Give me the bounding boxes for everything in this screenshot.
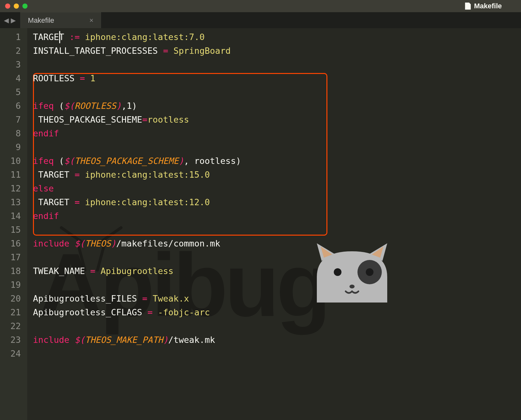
- code-line: TARGET = iphone:clang:latest:15.0: [33, 168, 521, 182]
- window-controls: [5, 4, 28, 9]
- nav-forward-icon[interactable]: ▶: [11, 15, 16, 25]
- code-line: ifeq ($(ROOTLESS),1): [33, 99, 521, 113]
- code-line: ifeq ($(THEOS_PACKAGE_SCHEME), rootless): [33, 154, 521, 168]
- code-line: INSTALL_TARGET_PROCESSES = SpringBoard: [33, 44, 521, 58]
- code-line: include $(THEOS)/makefiles/common.mk: [33, 237, 521, 250]
- line-number: 8: [0, 126, 27, 140]
- line-number: 3: [0, 58, 27, 71]
- line-number: 5: [0, 85, 27, 99]
- tab-makefile[interactable]: Makefile ×: [20, 12, 101, 28]
- line-number: 14: [0, 209, 27, 223]
- code-line: endif: [33, 126, 521, 140]
- nav-back-icon[interactable]: ◀: [4, 15, 9, 25]
- editor: 1 2 3 4 5 6 7 8 9 10 11 12 13 14 15 16 1…: [0, 28, 521, 420]
- code-line: TARGET = iphone:clang:latest:12.0: [33, 195, 521, 209]
- line-number: 11: [0, 168, 27, 182]
- titlebar-filename: Makefile: [465, 2, 502, 10]
- line-number: 15: [0, 223, 27, 237]
- tab-label: Makefile: [28, 16, 54, 25]
- code-line: THEOS_PACKAGE_SCHEME=rootless: [33, 113, 521, 126]
- code-line: [33, 250, 521, 264]
- code-line: TWEAK_NAME = Apibugrootless: [33, 264, 521, 278]
- line-number: 23: [0, 333, 27, 347]
- gutter: 1 2 3 4 5 6 7 8 9 10 11 12 13 14 15 16 1…: [0, 28, 27, 420]
- line-number: 7: [0, 113, 27, 126]
- line-number: 9: [0, 140, 27, 154]
- text-cursor: [59, 31, 60, 43]
- titlebar-filename-label: Makefile: [474, 2, 502, 10]
- close-window-button[interactable]: [5, 4, 10, 9]
- code-area[interactable]: TARGET := iphone:clang:latest:7.0 INSTAL…: [27, 28, 521, 420]
- code-line: ROOTLESS = 1: [33, 71, 521, 85]
- code-line: [33, 58, 521, 71]
- line-number: 21: [0, 305, 27, 319]
- code-line: [33, 85, 521, 99]
- line-number: 22: [0, 319, 27, 333]
- line-number: 20: [0, 292, 27, 305]
- code-line: Apibugrootless_FILES = Tweak.x: [33, 292, 521, 305]
- line-number: 4: [0, 71, 27, 85]
- code-line: Apibugrootless_CFLAGS = -fobjc-arc: [33, 305, 521, 319]
- code-line: include $(THEOS_MAKE_PATH)/tweak.mk: [33, 333, 521, 347]
- code-line: [33, 223, 521, 237]
- code-line: [33, 319, 521, 333]
- minimize-window-button[interactable]: [14, 4, 19, 9]
- line-number: 2: [0, 44, 27, 58]
- maximize-window-button[interactable]: [22, 4, 28, 9]
- nav-arrows: ◀ ▶: [4, 12, 20, 28]
- line-number: 6: [0, 99, 27, 113]
- line-number: 12: [0, 182, 27, 195]
- code-line: [33, 278, 521, 292]
- line-number: 17: [0, 250, 27, 264]
- line-number: 1: [0, 30, 27, 44]
- code-line: [33, 347, 521, 360]
- tab-bar: ◀ ▶ Makefile ×: [0, 12, 521, 28]
- file-icon: [465, 3, 471, 10]
- line-number: 24: [0, 347, 27, 360]
- tab-close-icon[interactable]: ×: [89, 16, 93, 25]
- line-number: 13: [0, 195, 27, 209]
- code-line: endif: [33, 209, 521, 223]
- line-number: 19: [0, 278, 27, 292]
- code-line: TARGET := iphone:clang:latest:7.0: [33, 30, 521, 44]
- code-line: else: [33, 182, 521, 195]
- line-number: 16: [0, 237, 27, 250]
- code-line: [33, 140, 521, 154]
- titlebar: Makefile: [0, 0, 521, 12]
- line-number: 18: [0, 264, 27, 278]
- line-number: 10: [0, 154, 27, 168]
